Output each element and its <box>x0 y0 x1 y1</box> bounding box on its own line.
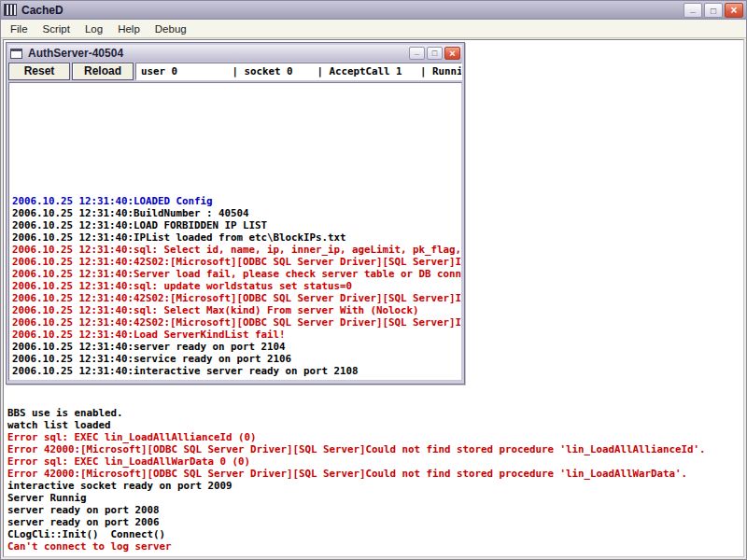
log-line: 2006.10.25 12:31:40:42S02:[Microsoft][OD… <box>12 316 461 329</box>
log-line: 2006.10.25 12:31:40:42S02:[Microsoft][OD… <box>12 292 461 304</box>
menu-bar: File Script Log Help Debug <box>1 20 746 38</box>
log-line: interactive socket ready on port 2009 <box>7 480 743 492</box>
child-minimize-button[interactable]: _ <box>409 47 425 60</box>
log-line: server ready on port 2008 <box>7 504 743 516</box>
log-line: 2006.10.25 12:31:40:server ready on port… <box>12 341 461 353</box>
log-line: Error 42000:[Microsoft][ODBC SQL Server … <box>7 443 743 455</box>
app-icon <box>4 4 17 16</box>
window-controls: _ □ × <box>684 3 743 18</box>
child-window-title: AuthServer-40504 <box>28 47 409 60</box>
log-line: Error sql: EXEC lin_LoadAllWarData 0 (0) <box>7 455 743 468</box>
menu-item[interactable]: Log <box>78 21 110 36</box>
log-line: 2006.10.25 12:31:40:BuildNumber : 40504 <box>12 207 461 219</box>
log-line: CLogCli::Init() Connect() <box>7 528 743 540</box>
log-line: 2006.10.25 12:31:40:sql: Select Max(kind… <box>12 304 461 316</box>
child-log-area: 2006.10.25 12:31:40:LOADED Config 2006.1… <box>8 82 462 381</box>
menu-item[interactable]: File <box>3 21 35 36</box>
log-line: Error sql: EXEC lin_LoadAllAllianceId (0… <box>7 431 743 443</box>
close-button[interactable]: × <box>725 3 743 18</box>
log-line: 2006.10.25 12:31:40:LOAD FORBIDDEN IP LI… <box>12 219 461 231</box>
child-close-button[interactable]: × <box>444 47 460 60</box>
child-window-icon <box>10 49 22 59</box>
child-window-controls: _ □ × <box>409 47 460 60</box>
reload-button[interactable]: Reload <box>72 63 134 80</box>
main-window: CacheD _ □ × File Script Log Help Debug … <box>0 0 747 560</box>
menu-item[interactable]: Debug <box>148 21 194 36</box>
log-line: server ready on port 2006 <box>7 516 743 528</box>
log-line: 2006.10.25 12:31:40:interactive server r… <box>12 365 461 377</box>
minimize-button[interactable]: _ <box>684 3 702 18</box>
menu-item[interactable]: Script <box>35 21 78 36</box>
log-line: watch list loaded <box>7 419 743 431</box>
reset-button[interactable]: Reset <box>8 63 70 80</box>
child-toolbar: Reset Reload user 0 | socket 0 | AcceptC… <box>8 62 462 82</box>
log-line: 2006.10.25 12:31:40:sql: Select id, name… <box>12 244 461 256</box>
log-line: 2006.10.25 12:31:40:Server load fail, pl… <box>12 268 461 280</box>
child-maximize-button[interactable]: □ <box>427 47 443 60</box>
log-line: BBS use is enabled. <box>7 407 743 419</box>
log-line: 2006.10.25 12:31:40:service ready on por… <box>12 353 461 365</box>
main-titlebar[interactable]: CacheD _ □ × <box>1 1 746 20</box>
child-titlebar[interactable]: AuthServer-40504 _ □ × <box>8 45 462 62</box>
log-line: 2006.10.25 12:31:40:sql: update worldsta… <box>12 280 461 292</box>
log-line: Can't connect to log server <box>7 540 743 553</box>
server-status-bar: user 0 | socket 0 | AcceptCall 1 | Runni… <box>135 63 462 80</box>
log-line: Server Runnig <box>7 492 743 504</box>
window-title: CacheD <box>21 1 684 20</box>
log-line: 2006.10.25 12:31:40:42S02:[Microsoft][OD… <box>12 256 461 268</box>
log-line: 2006.10.25 12:31:40:LOADED Config <box>12 195 461 207</box>
maximize-button[interactable]: □ <box>704 3 723 18</box>
log-line: 2006.10.25 12:31:40:Load ServerKindList … <box>12 329 461 341</box>
child-window: AuthServer-40504 _ □ × Reset Reload user… <box>6 42 465 385</box>
menu-item[interactable]: Help <box>110 21 148 36</box>
main-log: BBS use is enabled. watch list loaded Er… <box>4 407 743 556</box>
log-line: 2006.10.25 12:31:40:IPList loaded from e… <box>12 231 461 244</box>
log-line: Error 42000:[Microsoft][ODBC SQL Server … <box>7 468 743 480</box>
